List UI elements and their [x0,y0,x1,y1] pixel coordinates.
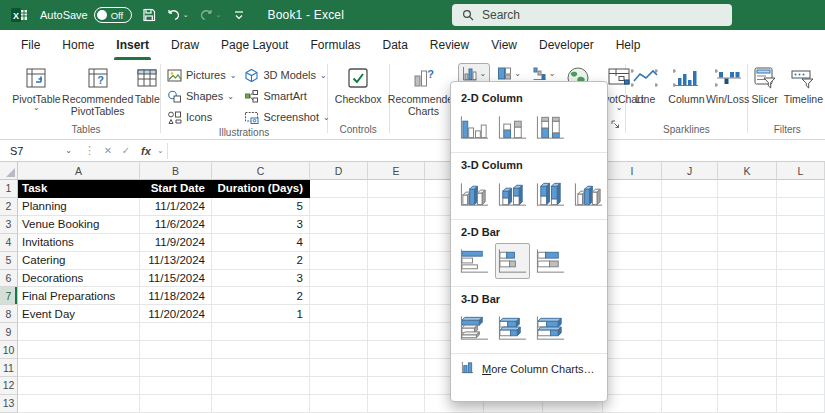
row-header-4[interactable]: 4 [0,234,18,252]
cell-K8[interactable] [718,305,777,323]
tab-view[interactable]: View [480,30,528,60]
chart-type-3d-stacked-column[interactable] [495,176,530,212]
chart-type-3d-100-percent-stacked-column[interactable] [533,176,568,212]
chart-type-3d-100-percent-stacked-bar[interactable] [533,310,568,346]
tab-data[interactable]: Data [371,30,418,60]
cell-E11[interactable] [368,359,425,377]
cell-D1[interactable] [310,180,368,198]
save-button[interactable] [142,8,156,22]
cell-E1[interactable] [368,180,425,198]
cell-A1[interactable]: Task [18,180,140,198]
cell-J13[interactable] [662,395,718,413]
cell-B4[interactable]: 11/9/2024 [140,234,212,252]
chart-type-stacked-bar[interactable] [495,243,530,279]
row-header-12[interactable]: 12 [0,377,18,395]
cell-D9[interactable] [310,323,368,341]
column-header-B[interactable]: B [140,162,212,180]
cell-J8[interactable] [662,305,718,323]
cell-C9[interactable] [212,323,310,341]
cell-K7[interactable] [718,287,777,305]
tab-draw[interactable]: Draw [160,30,210,60]
chart-type-stacked-column[interactable] [495,109,530,145]
column-header-L[interactable]: L [777,162,825,180]
cell-J3[interactable] [662,216,718,234]
column-header-A[interactable]: A [18,162,140,180]
cell-C11[interactable] [212,359,310,377]
cell-C1[interactable]: Duration (Days) [212,180,310,198]
cell-C8[interactable]: 1 [212,305,310,323]
row-header-10[interactable]: 10 [0,341,18,359]
cell-E13[interactable] [368,395,425,413]
column-header-C[interactable]: C [212,162,310,180]
row-header-3[interactable]: 3 [0,216,18,234]
cell-A10[interactable] [18,341,140,359]
cell-A12[interactable] [18,377,140,395]
select-all-corner[interactable] [0,162,18,180]
chart-type-3d-clustered-bar[interactable] [457,310,492,346]
cell-C6[interactable]: 3 [212,270,310,288]
3d-models-button[interactable]: 3D Models ⌄ [244,65,329,85]
column-header-E[interactable]: E [368,162,425,180]
column-header-I[interactable]: I [603,162,662,180]
chart-type-clustered-bar[interactable] [457,243,492,279]
cell-J1[interactable] [662,180,718,198]
cell-I13[interactable] [603,395,662,413]
cell-L7[interactable] [777,287,825,305]
cell-L10[interactable] [777,341,825,359]
cell-D11[interactable] [310,359,368,377]
cell-D2[interactable] [310,198,368,216]
cell-A5[interactable]: Catering [18,252,140,270]
cell-D7[interactable] [310,287,368,305]
row-header-9[interactable]: 9 [0,323,18,341]
cell-L9[interactable] [777,323,825,341]
cell-B13[interactable] [140,395,212,413]
row-header-13[interactable]: 13 [0,395,18,413]
cell-K11[interactable] [718,359,777,377]
cell-L12[interactable] [777,377,825,395]
cell-L1[interactable] [777,180,825,198]
cell-C2[interactable]: 5 [212,198,310,216]
cell-K5[interactable] [718,252,777,270]
cell-A4[interactable]: Invitations [18,234,140,252]
cell-B7[interactable]: 11/18/2024 [140,287,212,305]
timeline-button[interactable]: Timeline [782,63,825,106]
name-box[interactable]: S7 ⌄ [0,140,80,161]
slicer-button[interactable]: Slicer [749,63,779,106]
cell-L11[interactable] [777,359,825,377]
sparkline-column-button[interactable]: Column [666,63,706,106]
tab-insert[interactable]: Insert [105,30,160,60]
cell-D3[interactable] [310,216,368,234]
undo-button[interactable]: ⌄ [166,8,189,22]
cell-I11[interactable] [603,359,662,377]
icons-button[interactable]: Icons [167,107,236,127]
column-header-D[interactable]: D [310,162,368,180]
cell-E4[interactable] [368,234,425,252]
cell-D8[interactable] [310,305,368,323]
cell-A9[interactable] [18,323,140,341]
recommended-pivottables-button[interactable]: ? Recommended PivotTables [65,63,131,118]
row-header-6[interactable]: 6 [0,270,18,288]
cell-J5[interactable] [662,252,718,270]
cell-C5[interactable]: 2 [212,252,310,270]
row-header-1[interactable]: 1 [0,180,18,198]
cell-E5[interactable] [368,252,425,270]
recommended-charts-button[interactable]: ? Recommended Charts [391,63,455,118]
cell-L2[interactable] [777,198,825,216]
cell-J6[interactable] [662,270,718,288]
shapes-button[interactable]: Shapes ⌄ [167,86,236,106]
cell-A11[interactable] [18,359,140,377]
cell-I6[interactable] [603,270,662,288]
chart-type-100-percent-stacked-column[interactable] [533,109,568,145]
cell-B8[interactable]: 11/20/2024 [140,305,212,323]
chart-type-3d-stacked-bar[interactable] [495,310,530,346]
cell-J2[interactable] [662,198,718,216]
cell-D5[interactable] [310,252,368,270]
cell-K12[interactable] [718,377,777,395]
cell-C4[interactable]: 4 [212,234,310,252]
cell-J12[interactable] [662,377,718,395]
more-column-charts-item[interactable]: More Column Charts… [451,355,607,382]
cell-B12[interactable] [140,377,212,395]
cancel-button[interactable]: ✕ [99,145,117,156]
cell-I2[interactable] [603,198,662,216]
cell-K1[interactable] [718,180,777,198]
